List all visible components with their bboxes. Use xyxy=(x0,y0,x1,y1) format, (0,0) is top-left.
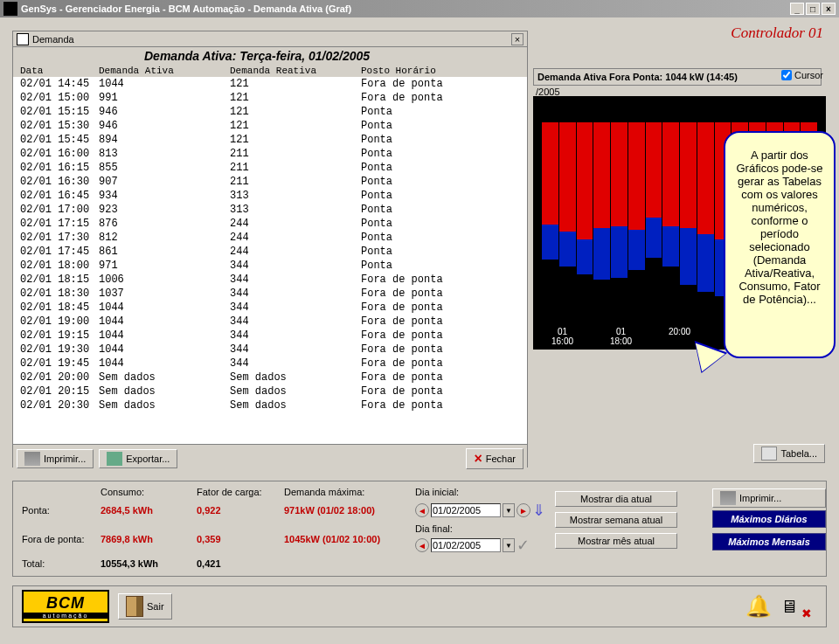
total-consumo: 10554,3 kWh xyxy=(101,558,188,569)
demanda-table-body[interactable]: 02/01 14:451044121Fora de ponta02/01 15:… xyxy=(13,77,527,444)
table-row[interactable]: 02/01 16:15855211Ponta xyxy=(13,161,527,175)
table-row[interactable]: 02/01 18:00971344Ponta xyxy=(13,259,527,273)
table-row[interactable]: 02/01 16:30907211Ponta xyxy=(13,175,527,189)
date-ini-prev[interactable]: ◄ xyxy=(415,503,429,517)
check-icon[interactable]: ✓ xyxy=(517,536,530,555)
table-row[interactable]: 02/01 17:00923313Ponta xyxy=(13,203,527,217)
mostrar-mes-button[interactable]: Mostrar mês atual xyxy=(555,533,677,549)
h-demmax: Demanda máxima: xyxy=(284,487,406,497)
bcm-logo: BCM automação xyxy=(22,590,109,623)
demanda-column-headers: Data Demanda Ativa Demanda Reativa Posto… xyxy=(13,65,527,77)
info-bar: Demanda Ativa Fora Ponta: 1044 kW (14:45… xyxy=(533,68,822,86)
maximize-button[interactable]: □ xyxy=(806,3,820,15)
bottom-bar: BCM automação Sair 🔔 🖥 ✖ xyxy=(12,585,827,627)
demanda-footer: Imprimir... Exportar... ×Fechar xyxy=(13,444,527,473)
cursor-checkbox-input[interactable] xyxy=(781,70,792,80)
demanda-close-button[interactable]: × xyxy=(511,33,524,45)
tabela-button[interactable]: Tabela... xyxy=(753,444,825,463)
table-row[interactable]: 02/01 15:30946121Ponta xyxy=(13,119,527,133)
col-ativa: Demanda Ativa xyxy=(95,65,226,77)
red-x-icon: ✖ xyxy=(801,606,812,620)
row-ponta-label: Ponta: xyxy=(22,505,92,516)
close-icon: × xyxy=(474,451,482,467)
table-row[interactable]: 02/01 14:451044121Fora de ponta xyxy=(13,77,527,91)
table-row[interactable]: 02/01 15:00991121Fora de ponta xyxy=(13,91,527,105)
table-row[interactable]: 02/01 20:15Sem dadosSem dadosFora de pon… xyxy=(13,384,527,398)
h-diaini: Dia inicial: xyxy=(415,487,546,497)
table-row[interactable]: 02/01 18:151006344Fora de ponta xyxy=(13,273,527,287)
export-icon xyxy=(107,452,122,466)
window-title: GenSys - Gerenciador Energia - BCM Autom… xyxy=(21,3,351,14)
fora-fator: 0,359 xyxy=(197,534,275,544)
titlebar: GenSys - Gerenciador Energia - BCM Autom… xyxy=(0,0,839,17)
date-fin-dropdown[interactable]: ▼ xyxy=(503,538,515,552)
graph-icon xyxy=(17,33,29,45)
table-row[interactable]: 02/01 18:451044344Fora de ponta xyxy=(13,301,527,315)
table-row[interactable]: 02/01 20:00Sem dadosSem dadosFora de pon… xyxy=(13,370,527,384)
down-arrow-icon[interactable]: ⇓ xyxy=(532,501,545,520)
ponta-fator: 0,922 xyxy=(197,505,275,516)
date-fin-input[interactable] xyxy=(431,538,501,552)
door-icon xyxy=(126,596,143,617)
imprimir-stats-button[interactable]: Imprimir... xyxy=(712,488,826,508)
table-row[interactable]: 02/01 16:00813211Ponta xyxy=(13,147,527,161)
mostrar-semana-button[interactable]: Mostrar semana atual xyxy=(555,512,677,528)
print-icon xyxy=(24,452,40,466)
date-fin-prev[interactable]: ◄ xyxy=(415,538,429,552)
close-button[interactable]: × xyxy=(822,3,836,15)
row-total-label: Total: xyxy=(22,558,92,569)
stats-panel: Consumo: Fator de carga: Demanda máxima:… xyxy=(12,481,827,577)
table-row[interactable]: 02/01 16:45934313Ponta xyxy=(13,189,527,203)
table-row[interactable]: 02/01 19:151044344Fora de ponta xyxy=(13,329,527,343)
table-row[interactable]: 02/01 20:30Sem dadosSem dadosFora de pon… xyxy=(13,398,527,412)
ponta-demmax: 971kW (01/02 18:00) xyxy=(284,505,406,516)
minimize-button[interactable]: _ xyxy=(790,3,804,15)
table-row[interactable]: 02/01 15:15946121Ponta xyxy=(13,105,527,119)
fora-demmax: 1045kW (01/02 10:00) xyxy=(284,534,406,544)
fora-consumo: 7869,8 kWh xyxy=(101,534,188,544)
ponta-consumo: 2684,5 kWh xyxy=(101,505,188,516)
maximos-mensais-button[interactable]: Máximos Mensais xyxy=(712,533,826,551)
date-ini-input[interactable] xyxy=(431,503,501,517)
demanda-header: Demanda Ativa: Terça-feira, 01/02/2005 xyxy=(13,47,527,65)
h-consumo: Consumo: xyxy=(101,487,188,497)
sair-button[interactable]: Sair xyxy=(118,593,172,620)
table-icon xyxy=(761,447,777,460)
close-table-button[interactable]: ×Fechar xyxy=(466,448,524,469)
table-row[interactable]: 02/01 17:15876244Ponta xyxy=(13,217,527,231)
callout-tooltip: A partir dos Gráficos pode-se gerar as T… xyxy=(724,131,836,358)
h-fator: Fator de carga: xyxy=(197,487,275,497)
export-button[interactable]: Exportar... xyxy=(99,449,177,468)
col-reativa: Demanda Reativa xyxy=(226,65,357,77)
table-row[interactable]: 02/01 19:301044344Fora de ponta xyxy=(13,343,527,357)
cursor-checkbox[interactable]: Cursor xyxy=(781,70,823,80)
mostrar-dia-button[interactable]: Mostrar dia atual xyxy=(555,491,677,507)
col-posto: Posto Horário xyxy=(357,65,524,77)
demanda-titlebar: Demanda × xyxy=(13,31,527,47)
row-fora-label: Fora de ponta: xyxy=(22,534,92,544)
print-icon xyxy=(720,491,736,505)
table-row[interactable]: 02/01 19:451044344Fora de ponta xyxy=(13,357,527,370)
info-bar-text: Demanda Ativa Fora Ponta: 1044 kW (14:45… xyxy=(537,72,738,82)
h-diafin: Dia final: xyxy=(415,523,546,534)
table-row[interactable]: 02/01 18:301037344Fora de ponta xyxy=(13,287,527,301)
app-icon xyxy=(3,2,17,16)
demanda-window-title: Demanda xyxy=(32,34,74,45)
table-row[interactable]: 02/01 15:45894121Ponta xyxy=(13,133,527,147)
table-row[interactable]: 02/01 17:45861244Ponta xyxy=(13,245,527,259)
table-row[interactable]: 02/01 17:30812244Ponta xyxy=(13,231,527,245)
computer-icon[interactable]: 🖥 xyxy=(780,597,798,617)
col-data: Data xyxy=(17,65,95,77)
controlador-label: Controlador 01 xyxy=(731,24,823,42)
bell-icon[interactable]: 🔔 xyxy=(745,594,772,619)
maximos-diarios-button[interactable]: Máximos Diários xyxy=(712,510,826,528)
print-button[interactable]: Imprimir... xyxy=(17,449,94,468)
demanda-window: Demanda × Demanda Ativa: Terça-feira, 01… xyxy=(12,31,528,467)
date-ini-next[interactable]: ► xyxy=(517,503,530,517)
date-ini-dropdown[interactable]: ▼ xyxy=(503,503,515,517)
total-fator: 0,421 xyxy=(197,558,275,569)
table-row[interactable]: 02/01 19:001044344Fora de ponta xyxy=(13,315,527,329)
